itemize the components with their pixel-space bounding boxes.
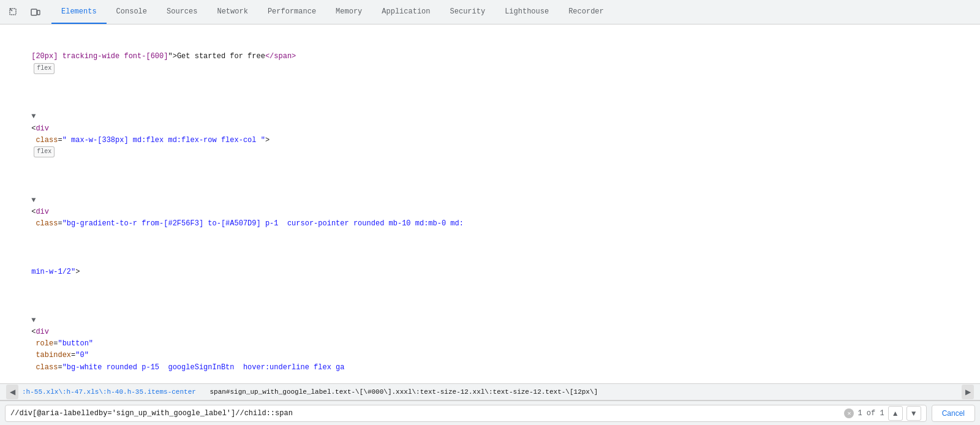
tab-performance-label: Performance	[268, 7, 316, 16]
flex-badge[interactable]: flex	[34, 146, 55, 157]
tree-line: ▼ <div class="bg-gradient-to-r from-[#2F…	[0, 171, 980, 243]
tab-recorder-label: Recorder	[568, 7, 604, 16]
breadcrumb-right-item[interactable]: span#sign_up_with_google_label.text-\[\#…	[207, 387, 600, 397]
search-clear-button[interactable]: ✕	[844, 408, 854, 418]
triangle-icon[interactable]: ▼	[31, 111, 36, 122]
flex-badge[interactable]: flex	[34, 63, 55, 74]
tab-lighthouse-label: Lighthouse	[505, 7, 549, 16]
triangle-icon[interactable]: ▼	[31, 195, 36, 206]
tab-recorder[interactable]: Recorder	[559, 0, 614, 24]
search-down-button[interactable]: ▼	[907, 406, 921, 421]
tab-application[interactable]: Application	[372, 0, 440, 24]
search-input-wrapper: ✕ 1 of 1 ▲ ▼	[5, 405, 927, 422]
tree-line: ▼ <div role="button" tabindex="0" class=…	[0, 290, 980, 383]
devtools-toolbar: Elements Console Sources Network Perform…	[0, 0, 980, 24]
html-tree: [20px] tracking-wide font-[600]">Get sta…	[0, 24, 980, 383]
tab-elements[interactable]: Elements	[51, 0, 107, 24]
svg-rect-2	[37, 10, 40, 15]
search-bar: ✕ 1 of 1 ▲ ▼ Cancel	[0, 401, 980, 425]
toolbar-icons	[5, 4, 44, 21]
tab-network[interactable]: Network	[207, 0, 257, 24]
breadcrumb-separator	[198, 388, 208, 396]
breadcrumb-left-arrow[interactable]: ◀	[6, 385, 18, 399]
tab-bar: Elements Console Sources Network Perform…	[51, 0, 975, 24]
tab-memory[interactable]: Memory	[326, 0, 372, 24]
line-content: min-w-1/2">	[5, 243, 975, 290]
tab-application-label: Application	[382, 7, 430, 16]
cancel-button[interactable]: Cancel	[932, 405, 975, 422]
tab-elements-label: Elements	[61, 7, 97, 16]
tab-security-label: Security	[450, 7, 486, 16]
breadcrumb-item[interactable]: :h-55.xlx\:h-47.xls\:h-40.h-35.items-cen…	[20, 387, 198, 397]
tab-console[interactable]: Console	[107, 0, 157, 24]
tree-line: [20px] tracking-wide font-[600]">Get sta…	[0, 27, 980, 87]
search-input[interactable]	[10, 409, 840, 418]
cursor-icon[interactable]	[5, 4, 22, 21]
search-up-button[interactable]: ▲	[888, 406, 903, 421]
search-count: 1 of 1	[858, 409, 884, 418]
line-content: ▼ <div role="button" tabindex="0" class=…	[5, 291, 975, 383]
svg-rect-1	[31, 9, 37, 15]
tab-sources[interactable]: Sources	[157, 0, 207, 24]
tree-line: min-w-1/2">	[0, 243, 980, 291]
tab-lighthouse[interactable]: Lighthouse	[495, 0, 559, 24]
line-content: ▼ <div class=" max-w-[338px] md:flex md:…	[5, 88, 975, 170]
breadcrumb-right-arrow[interactable]: ▶	[962, 385, 974, 399]
breadcrumb-nav: ◀ :h-55.xlx\:h-47.xls\:h-40.h-35.items-c…	[5, 385, 975, 399]
tab-memory-label: Memory	[336, 7, 362, 16]
tab-security[interactable]: Security	[440, 0, 496, 24]
line-content: [20px] tracking-wide font-[600]">Get sta…	[5, 28, 975, 86]
tab-network-label: Network	[217, 7, 247, 16]
tree-line: ▼ <div class=" max-w-[338px] md:flex md:…	[0, 87, 980, 170]
line-content: ▼ <div class="bg-gradient-to-r from-[#2F…	[5, 171, 975, 242]
device-icon[interactable]	[27, 4, 44, 21]
tab-console-label: Console	[116, 7, 147, 16]
tab-performance[interactable]: Performance	[258, 0, 326, 24]
triangle-icon[interactable]: ▼	[31, 315, 36, 326]
tab-sources-label: Sources	[167, 7, 197, 16]
breadcrumb-bar: ◀ :h-55.xlx\:h-47.xls\:h-40.h-35.items-c…	[0, 383, 980, 401]
